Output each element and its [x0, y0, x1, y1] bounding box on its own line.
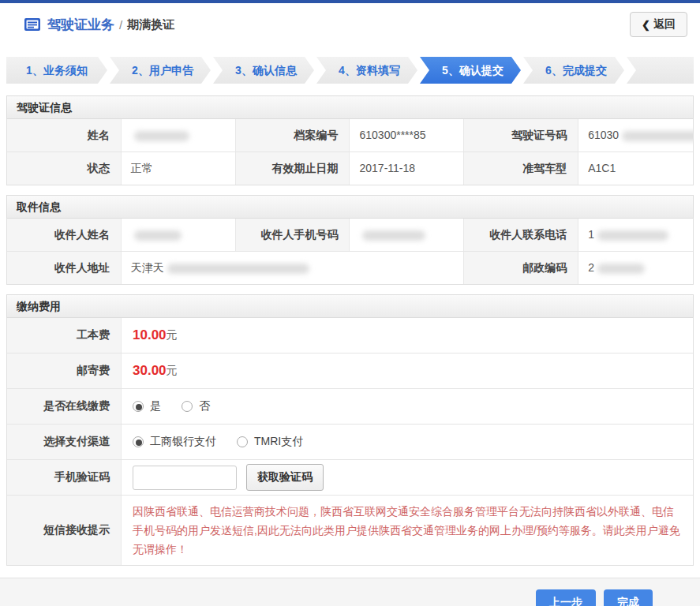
field-value-postcode: 2: [578, 252, 693, 284]
table-row: 手机验证码 获取验证码: [7, 460, 693, 496]
field-value-recipient-phone: 1: [578, 219, 693, 251]
field-label-status: 状态: [7, 152, 122, 185]
field-value-online-pay: 是 否: [122, 389, 693, 424]
field-label-license-number: 驾驶证号码: [464, 119, 578, 152]
field-label-sms-code: 手机验证码: [7, 460, 122, 495]
section-title-payment: 缴纳费用: [6, 294, 694, 318]
table-row: 邮寄费 30.00元: [7, 354, 693, 389]
redacted-value: [597, 264, 645, 274]
table-row: 状态 正常 有效期止日期 2017-11-18 准驾车型 A1C1: [7, 152, 693, 185]
finish-button[interactable]: 完成: [604, 589, 653, 606]
post-fee-amount: 30.00: [133, 363, 167, 379]
field-value-vehicle-class: A1C1: [578, 152, 693, 185]
chevron-left-icon: ❮: [642, 19, 650, 31]
section-title-license: 驾驶证信息: [6, 95, 694, 119]
field-label-file-number: 档案编号: [236, 119, 350, 152]
back-button[interactable]: ❮ 返回: [630, 12, 687, 37]
field-value-work-fee: 10.00元: [122, 318, 693, 353]
page-title: 驾驶证业务: [47, 16, 114, 34]
redacted-value: [597, 230, 668, 241]
table-row: 姓名 档案编号 610300****85 驾驶证号码 61030: [7, 119, 693, 152]
radio-channel-icbc-label[interactable]: 工商银行支付: [150, 435, 216, 449]
footer-bar: 上一步 完成: [0, 578, 700, 606]
table-row: 选择支付渠道 工商银行支付 TMRI支付: [7, 425, 693, 460]
steps-filler: [627, 57, 694, 84]
field-label-recipient-name: 收件人姓名: [7, 219, 122, 251]
radio-channel-icbc[interactable]: [133, 436, 144, 447]
redacted-value: [134, 230, 182, 241]
field-label-postcode: 邮政编码: [464, 252, 578, 284]
step-2-user-declaration: 2、用户申告: [110, 57, 211, 84]
field-label-pay-channel: 选择支付渠道: [7, 425, 122, 459]
field-label-online-pay: 是否在线缴费: [7, 389, 122, 424]
field-label-vehicle-class: 准驾车型: [464, 152, 578, 185]
step-4-fill-data: 4、资料填写: [316, 57, 417, 84]
radio-online-yes-label[interactable]: 是: [150, 399, 161, 413]
field-value-recipient-name: [122, 219, 236, 251]
field-value-post-fee: 30.00元: [122, 354, 693, 388]
section-pickup-info: 取件信息 收件人姓名 收件人手机号码 收件人联系电话 1 收件人地址 天津天 邮…: [6, 195, 694, 285]
previous-step-button[interactable]: 上一步: [536, 589, 596, 606]
fee-unit: 元: [167, 364, 178, 378]
radio-online-no[interactable]: [182, 401, 193, 412]
field-value-status: 正常: [122, 152, 236, 185]
page-header: 驾驶证业务 / 期满换证 ❮ 返回: [0, 3, 700, 46]
field-label-expiry-date: 有效期止日期: [236, 152, 350, 185]
table-row: 收件人地址 天津天 邮政编码 2: [7, 252, 693, 284]
step-1-business-notice: 1、业务须知: [6, 57, 107, 84]
field-label-recipient-phone: 收件人联系电话: [464, 219, 578, 251]
sms-notice-text: 因陕西省联通、电信运营商技术问题，陕西省互联网交通安全综合服务管理平台无法向持陕…: [133, 502, 682, 559]
step-5-confirm-submit-active: 5、确认提交: [420, 57, 521, 84]
field-value-pay-channel: 工商银行支付 TMRI支付: [122, 425, 693, 459]
radio-online-yes[interactable]: [133, 401, 144, 412]
field-value-file-number: 610300****85: [350, 119, 464, 152]
work-fee-amount: 10.00: [133, 327, 167, 343]
field-value-license-number: 61030: [578, 119, 693, 152]
field-label-sms-notice: 短信接收提示: [7, 496, 122, 565]
radio-online-no-label[interactable]: 否: [199, 399, 210, 413]
field-value-recipient-mobile: [350, 219, 464, 251]
wizard-steps: 1、业务须知 2、用户申告 3、确认信息 4、资料填写 5、确认提交 6、完成提…: [6, 57, 694, 84]
redacted-value: [622, 131, 693, 141]
field-label-name: 姓名: [7, 119, 122, 152]
field-value-recipient-address: 天津天: [122, 252, 465, 284]
section-payment: 缴纳费用 工本费 10.00元 邮寄费 30.00元 是否在线缴费 是 否 选择…: [6, 294, 694, 566]
redacted-value: [134, 131, 189, 141]
table-row: 收件人姓名 收件人手机号码 收件人联系电话 1: [7, 219, 693, 252]
field-value-expiry-date: 2017-11-18: [350, 152, 464, 185]
redacted-value: [167, 264, 309, 274]
field-label-recipient-address: 收件人地址: [7, 252, 122, 284]
get-code-button[interactable]: 获取验证码: [246, 464, 324, 491]
breadcrumb-current: 期满换证: [127, 17, 174, 32]
field-label-work-fee: 工本费: [7, 318, 122, 353]
radio-channel-tmri-label[interactable]: TMRI支付: [254, 435, 303, 449]
step-6-finish-submit: 6、完成提交: [523, 57, 624, 84]
back-button-label: 返回: [653, 17, 676, 32]
section-license-info: 驾驶证信息 姓名 档案编号 610300****85 驾驶证号码 61030 状…: [6, 95, 694, 185]
table-row: 工本费 10.00元: [7, 318, 693, 354]
field-value-sms-code: 获取验证码: [122, 460, 693, 495]
radio-channel-tmri[interactable]: [237, 436, 248, 447]
form-list-icon: [24, 17, 41, 32]
redacted-value: [362, 230, 425, 241]
sms-code-input[interactable]: [133, 466, 237, 490]
field-label-post-fee: 邮寄费: [7, 354, 122, 388]
section-title-pickup: 取件信息: [6, 195, 694, 219]
breadcrumb-separator: /: [119, 18, 122, 32]
step-3-confirm-info: 3、确认信息: [213, 57, 314, 84]
table-row: 短信接收提示 因陕西省联通、电信运营商技术问题，陕西省互联网交通安全综合服务管理…: [7, 496, 693, 565]
field-value-name: [122, 119, 236, 152]
fee-unit: 元: [167, 328, 178, 342]
field-value-sms-notice: 因陕西省联通、电信运营商技术问题，陕西省互联网交通安全综合服务管理平台无法向持陕…: [122, 496, 693, 565]
field-label-recipient-mobile: 收件人手机号码: [236, 219, 350, 251]
table-row: 是否在线缴费 是 否: [7, 389, 693, 425]
